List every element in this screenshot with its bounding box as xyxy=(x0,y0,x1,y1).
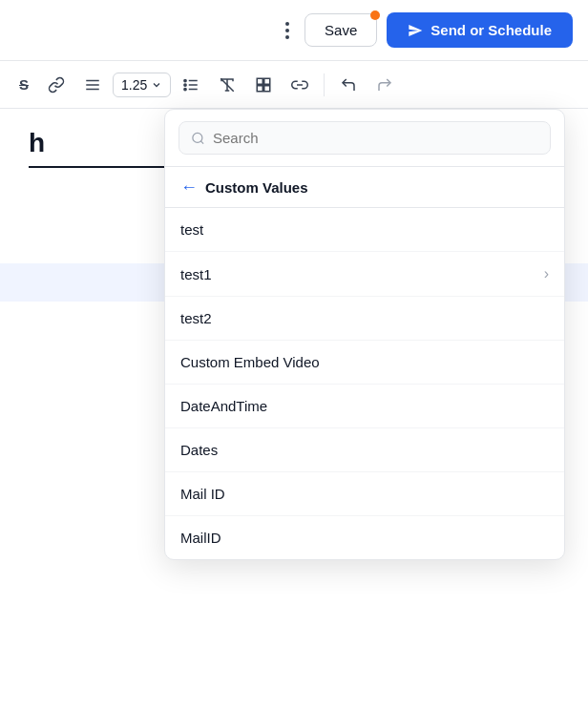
menu-items-list: test test1 › test2 Custom Embed Video Da… xyxy=(165,208,564,559)
list-item[interactable]: test1 › xyxy=(165,252,564,297)
list-item[interactable]: test2 xyxy=(165,297,564,341)
back-arrow-icon[interactable]: ← xyxy=(180,178,198,196)
notification-dot xyxy=(370,10,380,20)
svg-point-6 xyxy=(184,79,186,81)
block-button[interactable] xyxy=(247,71,280,99)
undo-button[interactable] xyxy=(332,71,365,99)
send-icon xyxy=(408,23,423,38)
line-height-selector[interactable]: 1.25 xyxy=(113,73,171,97)
back-title: Custom Values xyxy=(205,179,308,196)
save-button[interactable]: Save xyxy=(304,13,377,47)
chevron-right-icon: › xyxy=(544,265,549,282)
chain-link-button[interactable] xyxy=(284,71,316,99)
list-item[interactable]: Custom Embed Video xyxy=(165,341,564,385)
editor-text: h xyxy=(29,128,45,157)
svg-line-18 xyxy=(200,140,203,143)
main-content: h ← Custom Values test test xyxy=(0,109,588,708)
list-item[interactable]: Mail ID xyxy=(165,472,564,516)
list-item[interactable]: Dates xyxy=(165,428,564,472)
custom-values-dropdown: ← Custom Values test test1 › test2 Custo… xyxy=(164,109,565,560)
strikethrough-button[interactable]: S xyxy=(11,71,36,98)
top-toolbar: Save Send or Schedule xyxy=(0,0,588,61)
remove-format-button[interactable] xyxy=(211,71,243,99)
svg-rect-12 xyxy=(258,78,263,84)
redo-button[interactable] xyxy=(368,71,401,99)
svg-rect-15 xyxy=(264,85,270,91)
bullet-list-button[interactable] xyxy=(175,71,207,99)
back-header[interactable]: ← Custom Values xyxy=(165,167,564,208)
svg-point-7 xyxy=(184,83,186,85)
link-button[interactable] xyxy=(40,71,73,99)
list-item[interactable]: DateAndTime xyxy=(165,385,564,428)
svg-rect-14 xyxy=(258,85,263,91)
search-box[interactable] xyxy=(178,121,551,155)
chevron-down-icon xyxy=(151,79,162,91)
more-options-button[interactable] xyxy=(280,16,295,45)
more-icon xyxy=(285,22,289,39)
toolbar-divider xyxy=(324,73,325,96)
send-or-schedule-button[interactable]: Send or Schedule xyxy=(387,12,573,48)
svg-rect-13 xyxy=(264,78,270,84)
list-item[interactable]: test xyxy=(165,208,564,252)
search-container xyxy=(165,110,564,167)
search-input[interactable] xyxy=(213,130,538,146)
align-button[interactable] xyxy=(76,71,109,99)
format-toolbar: S 1.25 xyxy=(0,61,588,109)
search-icon xyxy=(191,131,205,146)
svg-point-8 xyxy=(184,88,186,90)
svg-point-17 xyxy=(193,133,202,142)
list-item[interactable]: MailID xyxy=(165,516,564,559)
